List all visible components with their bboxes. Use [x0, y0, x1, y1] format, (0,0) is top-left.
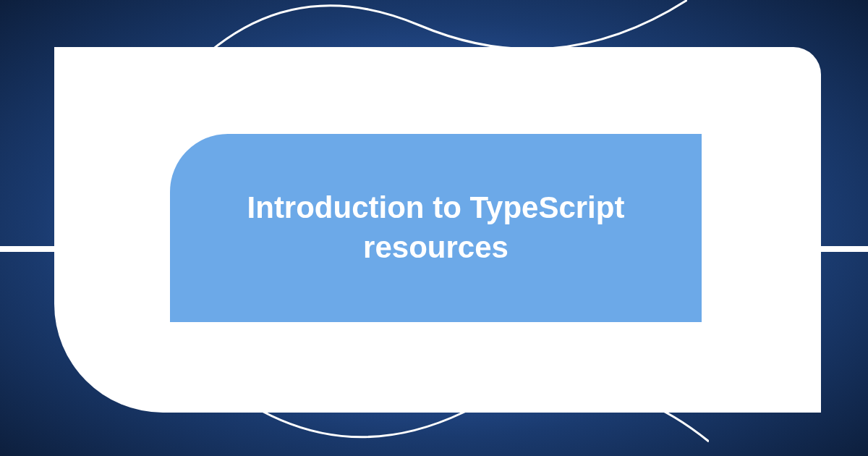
card-title: Introduction to TypeScript resources — [206, 188, 665, 267]
title-card: Introduction to TypeScript resources — [170, 134, 702, 322]
